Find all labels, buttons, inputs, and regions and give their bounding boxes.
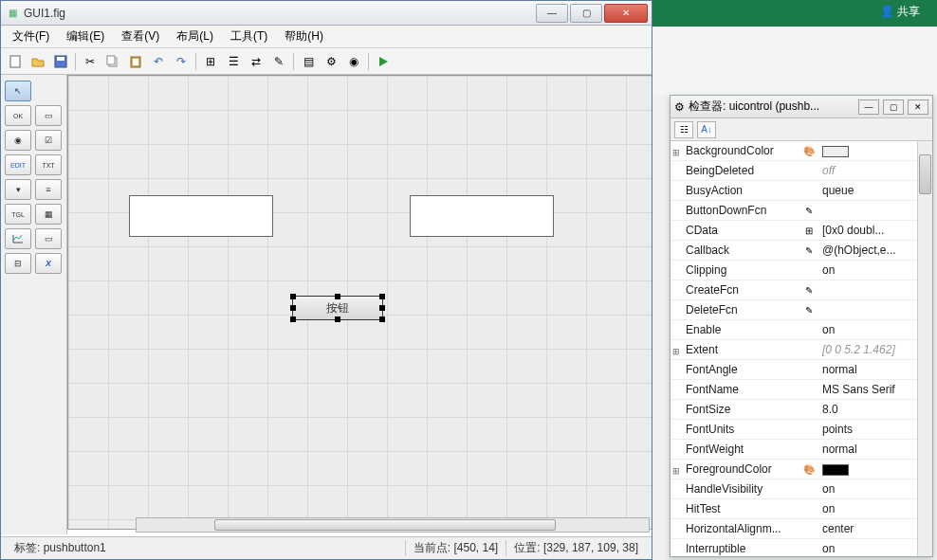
property-row[interactable]: FontNameMS Sans Serif✎ <box>671 380 932 400</box>
undo-icon[interactable]: ↶ <box>148 51 169 72</box>
cut-icon[interactable]: ✂ <box>80 51 101 72</box>
resize-handle[interactable] <box>290 305 296 311</box>
resize-handle[interactable] <box>290 294 296 299</box>
copy-icon[interactable] <box>102 51 123 72</box>
property-list[interactable]: BackgroundColor🎨✎BeingDeletedoffBusyActi… <box>671 141 932 556</box>
property-row[interactable]: ButtonDownFcn✎✎ <box>671 201 932 221</box>
buttongroup-tool[interactable]: ⊟ <box>5 253 31 274</box>
property-value[interactable]: @(hObject,e... <box>818 244 919 257</box>
property-value[interactable]: queue <box>818 184 919 197</box>
property-row[interactable]: Clippingon▾ <box>671 261 932 280</box>
property-value[interactable]: off <box>818 164 919 177</box>
object-browser-icon[interactable]: ◉ <box>343 51 364 72</box>
editor-icon[interactable]: ▤ <box>298 51 319 72</box>
property-row[interactable]: HandleVisibilityon▾ <box>671 479 932 499</box>
table-tool[interactable]: ▦ <box>35 204 62 225</box>
resize-handle[interactable] <box>290 316 296 322</box>
slider-tool[interactable]: ▭ <box>35 105 62 126</box>
menu-help[interactable]: 帮助(H) <box>277 26 331 47</box>
horizontal-scrollbar[interactable] <box>136 517 650 533</box>
pushbutton-tool[interactable]: OK <box>5 105 31 126</box>
property-row[interactable]: FontUnitspoints▾ <box>671 420 932 440</box>
menu-file[interactable]: 文件(F) <box>5 26 57 47</box>
property-row[interactable]: ForegroundColor🎨✎ <box>671 460 932 479</box>
inspector-minimize[interactable]: — <box>858 99 879 115</box>
resize-handle[interactable] <box>379 294 385 299</box>
paste-icon[interactable] <box>125 51 146 72</box>
property-value[interactable]: [0 0 5.2 1.462] <box>818 343 919 356</box>
property-value[interactable]: on <box>818 482 919 496</box>
property-value[interactable]: on <box>818 542 919 555</box>
togglebutton-tool[interactable]: TGL <box>5 204 31 225</box>
property-row[interactable]: CreateFcn✎✎ <box>671 280 932 300</box>
radiobutton-tool[interactable]: ◉ <box>5 130 31 151</box>
popupmenu-tool[interactable]: ▾ <box>5 179 31 200</box>
property-value[interactable]: normal <box>818 363 919 376</box>
run-icon[interactable] <box>373 51 394 72</box>
inspector-titlebar[interactable]: ⚙ 检查器: uicontrol (pushb... — ▢ ✕ <box>671 96 932 118</box>
panel-tool[interactable]: ▭ <box>35 228 62 249</box>
property-value[interactable]: [0x0 doubl... <box>818 224 919 237</box>
resize-handle[interactable] <box>335 316 340 322</box>
property-row[interactable]: BeingDeletedoff <box>671 161 932 181</box>
menu-editor-icon[interactable]: ☰ <box>223 51 244 72</box>
property-row[interactable]: Interruptibleon▾ <box>671 539 932 556</box>
property-row[interactable]: Extent[0 0 5.2 1.462] <box>671 340 932 360</box>
resize-handle[interactable] <box>379 316 385 322</box>
menu-tools[interactable]: 工具(T) <box>223 26 275 47</box>
canvas-area[interactable]: 按钮 <box>67 75 652 534</box>
menu-layout[interactable]: 布局(L) <box>169 26 221 47</box>
scrollbar-thumb[interactable] <box>214 519 556 531</box>
redo-icon[interactable]: ↷ <box>171 51 192 72</box>
property-value[interactable]: 8.0 <box>818 403 919 416</box>
categorize-icon[interactable]: ☷ <box>674 121 693 138</box>
property-value[interactable]: MS Sans Serif <box>818 383 919 396</box>
property-value[interactable] <box>818 462 919 476</box>
menu-edit[interactable]: 编辑(E) <box>59 26 112 47</box>
close-button[interactable]: ✕ <box>604 4 648 23</box>
property-value[interactable]: on <box>818 263 919 277</box>
listbox-tool[interactable]: ≡ <box>35 179 62 200</box>
menu-view[interactable]: 查看(V) <box>114 26 167 47</box>
axes-1[interactable] <box>129 195 273 237</box>
property-inspector-icon[interactable]: ⚙ <box>321 51 341 72</box>
tab-order-icon[interactable]: ⇄ <box>246 51 266 72</box>
resize-handle[interactable] <box>335 294 340 299</box>
axes-2[interactable] <box>410 195 554 237</box>
alphabetize-icon[interactable]: A↓ <box>697 121 716 138</box>
scrollbar-thumb[interactable] <box>919 154 931 194</box>
select-tool[interactable]: ↖ <box>5 81 31 101</box>
property-row[interactable]: Callback✎@(hObject,e...✎ <box>671 241 932 261</box>
property-row[interactable]: BusyActionqueue▾ <box>671 181 932 201</box>
property-value[interactable]: on <box>818 502 919 515</box>
new-icon[interactable] <box>5 51 26 72</box>
property-value[interactable] <box>818 144 919 157</box>
align-icon[interactable]: ⊞ <box>200 51 221 72</box>
inspector-scrollbar[interactable] <box>917 141 932 556</box>
property-row[interactable]: HitTeston▾ <box>671 499 932 519</box>
property-row[interactable]: BackgroundColor🎨✎ <box>671 141 932 161</box>
property-row[interactable]: FontAnglenormal▾ <box>671 360 932 380</box>
share-button[interactable]: 👤 共享 <box>880 4 920 20</box>
property-row[interactable]: DeleteFcn✎✎ <box>671 300 932 320</box>
activex-tool[interactable]: X <box>35 253 62 274</box>
save-icon[interactable] <box>50 51 71 72</box>
resize-handle[interactable] <box>379 305 385 311</box>
property-value[interactable]: on <box>818 323 919 336</box>
inspector-maximize[interactable]: ▢ <box>883 99 904 115</box>
property-value[interactable]: normal <box>818 443 919 456</box>
axes-tool[interactable] <box>5 228 31 249</box>
toolbar-editor-icon[interactable]: ✎ <box>268 51 289 72</box>
statictext-tool[interactable]: TXT <box>35 154 62 175</box>
property-row[interactable]: Enableon▾ <box>671 320 932 340</box>
maximize-button[interactable]: ▢ <box>570 4 602 23</box>
guide-titlebar[interactable]: ▦ GUI1.fig — ▢ ✕ <box>1 1 652 26</box>
design-canvas[interactable]: 按钮 <box>67 75 652 530</box>
pushbutton-element[interactable]: 按钮 <box>292 296 383 320</box>
property-row[interactable]: CData⊞[0x0 doubl...✎ <box>671 221 932 241</box>
minimize-button[interactable]: — <box>536 4 568 23</box>
property-row[interactable]: FontWeightnormal▾ <box>671 440 932 460</box>
open-icon[interactable] <box>28 51 48 72</box>
inspector-close[interactable]: ✕ <box>908 99 928 115</box>
checkbox-tool[interactable]: ☑ <box>35 130 62 151</box>
